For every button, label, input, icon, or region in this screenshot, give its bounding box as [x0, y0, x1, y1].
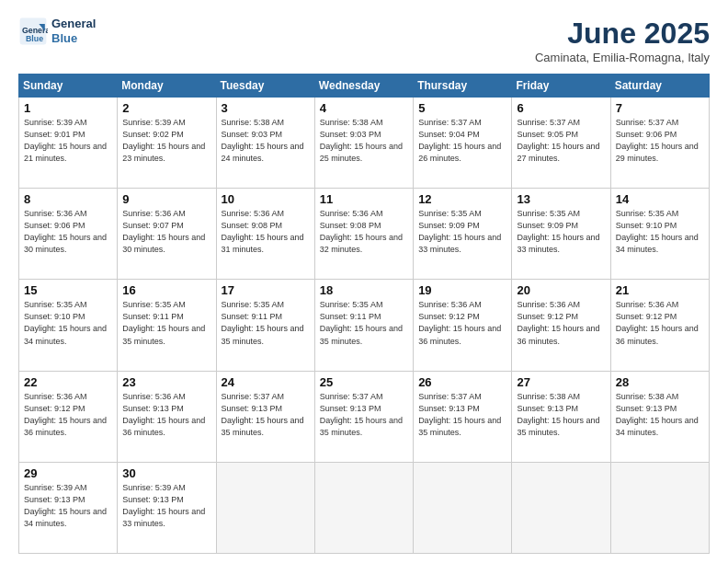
calendar-table: Sunday Monday Tuesday Wednesday Thursday… [18, 74, 710, 554]
day-info: Sunrise: 5:36 AM Sunset: 9:08 PM Dayligh… [320, 208, 408, 256]
header-tuesday: Tuesday [216, 75, 314, 98]
day-number: 14 [616, 192, 704, 206]
day-info: Sunrise: 5:36 AM Sunset: 9:12 PM Dayligh… [24, 391, 112, 439]
day-info: Sunrise: 5:37 AM Sunset: 9:13 PM Dayligh… [320, 391, 408, 439]
day-number: 24 [222, 375, 310, 389]
day-info: Sunrise: 5:36 AM Sunset: 9:12 PM Dayligh… [616, 299, 704, 347]
calendar-cell: 27Sunrise: 5:38 AM Sunset: 9:13 PM Dayli… [512, 371, 610, 462]
calendar-cell: 4Sunrise: 5:38 AM Sunset: 9:03 PM Daylig… [314, 98, 413, 189]
calendar-cell: 17Sunrise: 5:35 AM Sunset: 9:11 PM Dayli… [216, 280, 314, 371]
header-friday: Friday [512, 75, 610, 98]
calendar-cell: 16Sunrise: 5:35 AM Sunset: 9:11 PM Dayli… [118, 280, 216, 371]
day-number: 7 [616, 101, 704, 115]
day-number: 26 [418, 375, 506, 389]
calendar-cell: 25Sunrise: 5:37 AM Sunset: 9:13 PM Dayli… [314, 371, 413, 462]
day-info: Sunrise: 5:37 AM Sunset: 9:05 PM Dayligh… [517, 117, 605, 165]
day-info: Sunrise: 5:35 AM Sunset: 9:11 PM Dayligh… [122, 299, 210, 347]
day-info: Sunrise: 5:39 AM Sunset: 9:02 PM Dayligh… [122, 117, 210, 165]
day-info: Sunrise: 5:35 AM Sunset: 9:11 PM Dayligh… [320, 299, 408, 347]
day-number: 21 [616, 283, 704, 297]
header: General Blue General Blue June 2025 Cami… [18, 17, 710, 64]
day-info: Sunrise: 5:37 AM Sunset: 9:13 PM Dayligh… [418, 391, 506, 439]
header-saturday: Saturday [610, 75, 709, 98]
day-number: 9 [122, 192, 210, 206]
day-info: Sunrise: 5:39 AM Sunset: 9:01 PM Dayligh… [24, 117, 112, 165]
calendar-cell: 20Sunrise: 5:36 AM Sunset: 9:12 PM Dayli… [512, 280, 610, 371]
day-number: 10 [222, 192, 310, 206]
day-number: 23 [122, 375, 210, 389]
day-number: 19 [418, 283, 506, 297]
header-thursday: Thursday [414, 75, 512, 98]
calendar-cell: 24Sunrise: 5:37 AM Sunset: 9:13 PM Dayli… [216, 371, 314, 462]
calendar-week-2: 15Sunrise: 5:35 AM Sunset: 9:10 PM Dayli… [19, 280, 710, 371]
calendar-cell [314, 462, 413, 553]
day-info: Sunrise: 5:37 AM Sunset: 9:04 PM Dayligh… [418, 117, 506, 165]
day-info: Sunrise: 5:39 AM Sunset: 9:13 PM Dayligh… [122, 482, 210, 530]
calendar-week-4: 29Sunrise: 5:39 AM Sunset: 9:13 PM Dayli… [19, 462, 710, 553]
calendar-week-3: 22Sunrise: 5:36 AM Sunset: 9:12 PM Dayli… [19, 371, 710, 462]
calendar-cell: 15Sunrise: 5:35 AM Sunset: 9:10 PM Dayli… [19, 280, 118, 371]
calendar-cell: 18Sunrise: 5:35 AM Sunset: 9:11 PM Dayli… [314, 280, 413, 371]
calendar-cell: 10Sunrise: 5:36 AM Sunset: 9:08 PM Dayli… [216, 189, 314, 280]
calendar-cell: 8Sunrise: 5:36 AM Sunset: 9:06 PM Daylig… [19, 189, 118, 280]
day-number: 13 [517, 192, 605, 206]
day-info: Sunrise: 5:35 AM Sunset: 9:09 PM Dayligh… [418, 208, 506, 256]
header-wednesday: Wednesday [314, 75, 413, 98]
day-number: 11 [320, 192, 408, 206]
logo-line2: Blue [51, 31, 96, 46]
day-number: 30 [122, 466, 210, 480]
day-number: 27 [517, 375, 605, 389]
day-number: 15 [24, 283, 112, 297]
day-info: Sunrise: 5:36 AM Sunset: 9:12 PM Dayligh… [418, 299, 506, 347]
day-info: Sunrise: 5:38 AM Sunset: 9:03 PM Dayligh… [222, 117, 310, 165]
day-info: Sunrise: 5:37 AM Sunset: 9:06 PM Dayligh… [616, 117, 704, 165]
day-info: Sunrise: 5:38 AM Sunset: 9:13 PM Dayligh… [616, 391, 704, 439]
calendar-cell: 21Sunrise: 5:36 AM Sunset: 9:12 PM Dayli… [610, 280, 709, 371]
calendar-cell: 9Sunrise: 5:36 AM Sunset: 9:07 PM Daylig… [118, 189, 216, 280]
day-number: 12 [418, 192, 506, 206]
calendar-cell: 29Sunrise: 5:39 AM Sunset: 9:13 PM Dayli… [19, 462, 118, 553]
calendar-cell [512, 462, 610, 553]
calendar-cell: 7Sunrise: 5:37 AM Sunset: 9:06 PM Daylig… [610, 98, 709, 189]
page: General Blue General Blue June 2025 Cami… [0, 0, 728, 563]
day-number: 20 [517, 283, 605, 297]
day-info: Sunrise: 5:35 AM Sunset: 9:11 PM Dayligh… [222, 299, 310, 347]
day-number: 3 [222, 101, 310, 115]
calendar-cell: 30Sunrise: 5:39 AM Sunset: 9:13 PM Dayli… [118, 462, 216, 553]
calendar-cell: 3Sunrise: 5:38 AM Sunset: 9:03 PM Daylig… [216, 98, 314, 189]
calendar-cell: 1Sunrise: 5:39 AM Sunset: 9:01 PM Daylig… [19, 98, 118, 189]
day-info: Sunrise: 5:36 AM Sunset: 9:13 PM Dayligh… [122, 391, 210, 439]
day-number: 5 [418, 101, 506, 115]
calendar-header-row: Sunday Monday Tuesday Wednesday Thursday… [19, 75, 710, 98]
calendar-cell: 22Sunrise: 5:36 AM Sunset: 9:12 PM Dayli… [19, 371, 118, 462]
day-info: Sunrise: 5:36 AM Sunset: 9:08 PM Dayligh… [222, 208, 310, 256]
calendar-cell [414, 462, 512, 553]
logo: General Blue General Blue [18, 17, 96, 46]
day-number: 1 [24, 101, 112, 115]
logo-text: General Blue [51, 17, 96, 45]
day-number: 29 [24, 466, 112, 480]
calendar-cell: 2Sunrise: 5:39 AM Sunset: 9:02 PM Daylig… [118, 98, 216, 189]
calendar-cell [610, 462, 709, 553]
day-number: 17 [222, 283, 310, 297]
header-monday: Monday [118, 75, 216, 98]
calendar-cell: 13Sunrise: 5:35 AM Sunset: 9:09 PM Dayli… [512, 189, 610, 280]
svg-text:Blue: Blue [26, 34, 43, 43]
day-info: Sunrise: 5:39 AM Sunset: 9:13 PM Dayligh… [24, 482, 112, 530]
day-info: Sunrise: 5:35 AM Sunset: 9:10 PM Dayligh… [24, 299, 112, 347]
header-sunday: Sunday [19, 75, 118, 98]
calendar-cell: 6Sunrise: 5:37 AM Sunset: 9:05 PM Daylig… [512, 98, 610, 189]
day-number: 4 [320, 101, 408, 115]
day-info: Sunrise: 5:38 AM Sunset: 9:13 PM Dayligh… [517, 391, 605, 439]
day-info: Sunrise: 5:36 AM Sunset: 9:07 PM Dayligh… [122, 208, 210, 256]
calendar-cell: 26Sunrise: 5:37 AM Sunset: 9:13 PM Dayli… [414, 371, 512, 462]
day-info: Sunrise: 5:35 AM Sunset: 9:09 PM Dayligh… [517, 208, 605, 256]
calendar-week-1: 8Sunrise: 5:36 AM Sunset: 9:06 PM Daylig… [19, 189, 710, 280]
day-number: 2 [122, 101, 210, 115]
calendar-cell: 28Sunrise: 5:38 AM Sunset: 9:13 PM Dayli… [610, 371, 709, 462]
calendar-week-0: 1Sunrise: 5:39 AM Sunset: 9:01 PM Daylig… [19, 98, 710, 189]
calendar-cell: 12Sunrise: 5:35 AM Sunset: 9:09 PM Dayli… [414, 189, 512, 280]
day-info: Sunrise: 5:38 AM Sunset: 9:03 PM Dayligh… [320, 117, 408, 165]
day-number: 6 [517, 101, 605, 115]
day-info: Sunrise: 5:37 AM Sunset: 9:13 PM Dayligh… [222, 391, 310, 439]
